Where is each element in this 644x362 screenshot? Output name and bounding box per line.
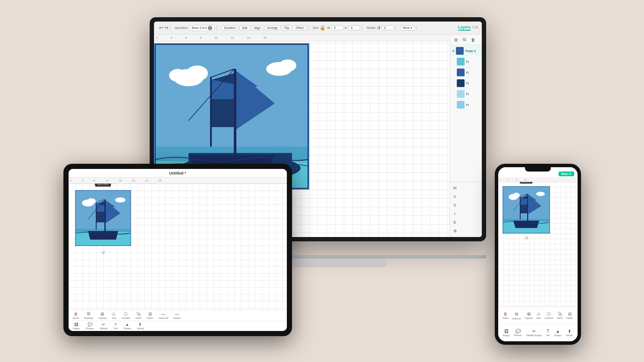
phone-images-tool[interactable]: 🖼 Images — [503, 329, 509, 337]
edit-btn[interactable]: Edit — [239, 25, 250, 30]
phrases-label: Phrases — [86, 327, 94, 330]
slice-label: Slice — [112, 317, 116, 319]
side-tool-s[interactable]: S — [452, 202, 459, 209]
align-btn[interactable]: Align — [251, 25, 264, 30]
toolbar-operation-group: Operation Basic Cut ▾ ? — [173, 25, 217, 31]
layer2-thumb — [457, 69, 465, 76]
more-btn[interactable]: More ▾ — [400, 25, 415, 31]
phone-upload-tool[interactable]: ⬆ Upload — [566, 329, 573, 337]
side-tool-w[interactable]: W — [452, 184, 459, 191]
h-input[interactable]: 9 — [348, 25, 360, 30]
tablet-title: Untitled * — [169, 171, 186, 175]
side-tool-i[interactable]: I — [452, 210, 459, 217]
size-label: Size — [313, 26, 319, 29]
group-thumb — [456, 47, 464, 55]
operation-label: Operation — [175, 26, 188, 29]
tablet-images-tool[interactable]: 🖼 Images — [73, 322, 80, 330]
tablet-ungroup-tool[interactable]: ⊞ Ungroup — [98, 312, 107, 319]
tablet-advanced-tool[interactable]: — Advanced — [158, 312, 168, 319]
rotate-input[interactable]: 0 — [382, 25, 394, 30]
phone-editable-tool[interactable]: ✏ Editable Images — [526, 329, 542, 337]
tablet-shapes-tool[interactable]: ▲ Shapes — [124, 322, 131, 330]
phone-slice-label: Slice — [537, 317, 541, 319]
layers-duplicate-btn[interactable]: ⧉ — [461, 36, 468, 43]
tablet-rotate-handle[interactable]: ↺ — [75, 250, 131, 255]
layer-item-4[interactable]: Pi — [450, 89, 482, 100]
layer3-thumb — [457, 79, 465, 87]
phone-shapes-tool[interactable]: ▲ Shapes — [554, 329, 562, 337]
phone-design[interactable]: 8 in x 8 in — [503, 186, 550, 234]
side-tool-e[interactable]: E — [452, 219, 459, 226]
w-input[interactable]: 9 — [331, 25, 343, 30]
layer1-thumb — [457, 58, 465, 66]
redo-btn[interactable]: ↪ — [164, 25, 168, 31]
attach-label: Attach — [135, 317, 141, 319]
tablet-phrases-tool[interactable]: 💬 Phrases — [86, 322, 94, 330]
layer-item-2[interactable]: Pi — [450, 67, 482, 78]
phone-phrases-tool[interactable]: 💬 Phrases — [514, 329, 522, 337]
phone-duplicate-tool[interactable]: ⧉ Duplicate — [512, 312, 521, 320]
phone-slice-tool[interactable]: ◇ Slice — [537, 312, 541, 319]
flatten-label: Flatten — [147, 317, 153, 319]
layer-item-5[interactable]: Pi — [450, 100, 482, 110]
phone-attach-tool[interactable]: 📎 Attach — [557, 312, 563, 319]
side-tool-gear[interactable]: ⚙ — [452, 228, 459, 234]
layers-add-group-btn[interactable]: ⊞ — [452, 36, 459, 43]
flip-btn[interactable]: Flip — [282, 25, 292, 30]
tablet-upload-tool[interactable]: ⬆ Upload — [137, 322, 144, 330]
text-label: Text — [113, 327, 117, 330]
phone-combine-label: Combine — [545, 317, 553, 319]
tablet-editable-tool[interactable]: ✏ Editable — [100, 322, 107, 330]
phone-canvas[interactable]: 8 in x 8 in — [498, 182, 578, 307]
offset-btn[interactable]: Offset — [293, 25, 306, 30]
phone-text-tool[interactable]: T Text — [546, 329, 550, 337]
tablet-toolbar-row2: 🖼 Images 💬 Phrases ✏ Editable T Text — [69, 321, 287, 331]
layer5-thumb — [457, 101, 465, 109]
tablet-text-tool[interactable]: T Text — [113, 322, 117, 330]
deselect-btn[interactable]: Deselect — [221, 25, 238, 30]
duplicate-icon: ⧉ — [87, 311, 90, 316]
phone-combine-tool[interactable]: ⬡ Combine — [545, 312, 553, 319]
phone-images-icon: 🖼 — [504, 329, 509, 334]
flatten-icon: ⊟ — [148, 312, 152, 316]
phone-bottom-bar: 🗑 Delete ⧉ Duplicate ⊞ Ungroup ◇ Slice — [498, 307, 578, 341]
phone-text-icon: T — [547, 329, 549, 334]
tablet-combine-tool[interactable]: ⬡ Combine — [122, 312, 130, 319]
phone-delete-tool[interactable]: 🗑 Delete — [503, 312, 509, 319]
undo-btn[interactable]: ↩ — [159, 25, 163, 31]
tablet-slice-tool[interactable]: ◇ Slice — [112, 312, 116, 319]
phone-phrases-icon: 💬 — [515, 329, 521, 334]
combine-icon: ⬡ — [124, 312, 128, 316]
phone-ungroup-tool[interactable]: ⊞ Ungroup — [525, 312, 533, 319]
w-label: W — [327, 26, 330, 29]
side-tool-u[interactable]: U — [452, 193, 459, 200]
toolbar-more-group: More ▾ — [399, 25, 417, 31]
editable-icon: ✏ — [102, 322, 105, 327]
make-it-button[interactable]: Make It — [559, 172, 574, 176]
layer-item-3[interactable]: Pi — [450, 78, 482, 89]
arrange-btn[interactable]: Arrange — [264, 25, 280, 30]
layer-item-1[interactable]: Pi — [450, 56, 482, 67]
delete-icon: 🗑 — [74, 312, 78, 316]
tablet-duplicate-tool[interactable]: ⧉ Duplicate — [84, 311, 93, 319]
operation-dropdown[interactable]: Basic Cut ▾ ? — [189, 25, 215, 31]
h-label: H — [345, 26, 347, 29]
phone-rotate-handle[interactable]: ↺ — [525, 236, 528, 240]
images-icon: 🖼 — [74, 322, 78, 327]
phone-shapes-label: Shapes — [554, 334, 562, 337]
contour-label: Contour — [173, 317, 181, 319]
tablet-design[interactable]: 8 in x 8 in — [75, 190, 131, 246]
tablet-attach-tool[interactable]: 📎 Attach — [135, 312, 141, 319]
layer-group-row[interactable]: ▾ Pirate S — [450, 45, 482, 56]
col-tab[interactable]: Col — [472, 25, 478, 31]
tablet-toolbar-row1: 🗑 Delete ⧉ Duplicate ⊞ Ungroup ◇ Slice — [69, 310, 287, 321]
advanced-label: Advanced — [158, 317, 168, 319]
tablet-canvas[interactable]: 8 in x 8 in — [69, 184, 287, 309]
layers-delete-btn[interactable]: 🗑 — [470, 36, 477, 43]
tablet-flatten-tool[interactable]: ⊟ Flatten — [147, 312, 153, 319]
tablet-contour-tool[interactable]: — Contour — [173, 312, 181, 319]
tablet-delete-tool[interactable]: 🗑 Delete — [73, 312, 79, 319]
phone-flatten-tool[interactable]: ⊟ Flatten — [566, 312, 573, 319]
layers-tab[interactable]: Layers — [458, 25, 471, 31]
upload-icon: ⬆ — [138, 322, 142, 327]
